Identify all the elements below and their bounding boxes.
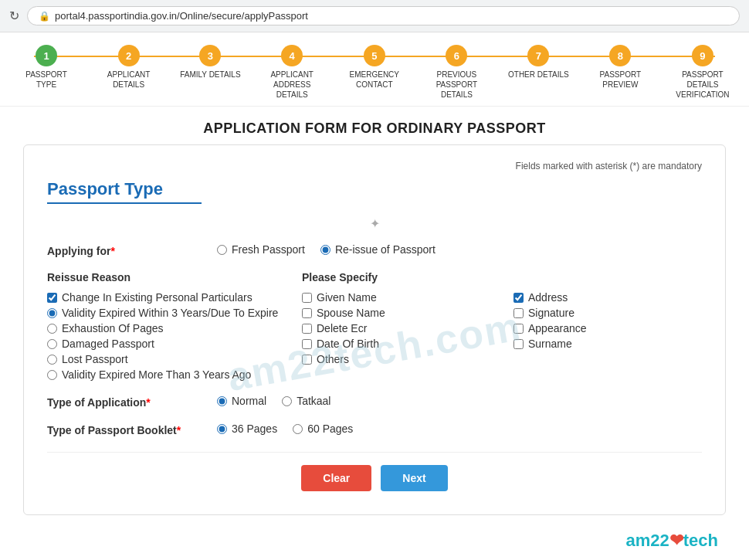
mandatory-note: Fields marked with asterisk (*) are mand… [47,161,702,171]
section-title: Passport Type [47,179,702,199]
specify-dob[interactable]: Date Of Birth [302,338,490,350]
36-pages-radio[interactable] [217,424,227,434]
application-type-row: Type of Application* Normal Tatkaal [47,395,702,409]
reason-damaged-radio[interactable] [47,339,57,349]
btn-row: Clear Next [47,452,702,491]
step-circle-5: 5 [364,45,385,66]
brand-bottom: am22❤tech [0,531,749,558]
reason-validity3[interactable]: Validity Expired Within 3 Years/Due To E… [47,307,302,319]
specify-signature[interactable]: Signature [513,307,702,319]
booklet-type-row: Type of Passport Booklet* 36 Pages 60 Pa… [47,423,702,436]
step-label-6: PREVIOUS PASSPORT DETAILS [425,70,487,100]
reissue-section: Reissue Reason Change In Existing Person… [47,271,702,381]
next-button[interactable]: Next [381,465,447,491]
reason-exhaustion[interactable]: Exhaustion Of Pages [47,322,302,334]
step-1[interactable]: 1 PASSPORT TYPE [15,45,77,90]
step-label-9: PASSPORT DETAILS VERIFICATION [672,70,734,100]
step-9[interactable]: 9 PASSPORT DETAILS VERIFICATION [672,45,734,100]
specify-appearance[interactable]: Appearance [513,322,702,334]
60-pages-radio[interactable] [293,424,303,434]
specify-appearance-checkbox[interactable] [513,324,524,334]
step-8[interactable]: 8 PASSPORT PREVIEW [589,45,651,90]
step-circle-9: 9 [692,45,713,66]
step-label-1: PASSPORT TYPE [15,70,77,90]
specify-address-checkbox[interactable] [513,293,524,303]
specify-surname[interactable]: Surname [513,338,702,350]
fresh-passport-radio[interactable] [217,245,227,255]
address-bar[interactable]: 🔒 portal4.passportindia.gov.in/Online/se… [27,6,740,25]
specify-spouse-name[interactable]: Spouse Name [302,307,490,319]
progress-steps: 1 PASSPORT TYPE 2 APPLICANT DETAILS 3 FA… [15,45,734,100]
step-label-4: APPLICANT ADDRESS DETAILS [261,70,323,100]
reason-lost-radio[interactable] [47,355,57,365]
applying-for-options: Fresh Passport Re-issue of Passport [217,243,436,256]
reissue-passport-option[interactable]: Re-issue of Passport [320,243,436,256]
specify-delete-ecr-checkbox[interactable] [302,324,312,334]
brand-dot: ❤ [669,531,683,550]
specify-given-name[interactable]: Given Name [302,291,490,304]
reason-lost[interactable]: Lost Passport [47,353,302,365]
specify-dob-checkbox[interactable] [302,339,312,349]
specify-others[interactable]: Others [302,353,490,365]
reissue-reason-label: Reissue Reason [47,271,302,283]
normal-radio[interactable] [217,396,227,406]
step-circle-8: 8 [609,45,631,66]
application-type-label: Type of Application* [47,395,202,409]
specify-given-name-checkbox[interactable] [302,293,312,303]
60-pages-option[interactable]: 60 Pages [293,423,353,435]
section-divider [47,202,202,204]
applying-for-label: Applying for* [47,243,202,257]
application-type-options: Normal Tatkaal [217,395,330,407]
booklet-type-label: Type of Passport Booklet* [47,423,202,436]
specify-surname-checkbox[interactable] [513,339,524,349]
booklet-type-options: 36 Pages 60 Pages [217,423,353,435]
step-6[interactable]: 6 PREVIOUS PASSPORT DETAILS [425,45,487,100]
page-title: APPLICATION FORM FOR ORDINARY PASSPORT [0,107,749,144]
step-label-7: OTHER DETAILS [508,70,569,80]
step-label-8: PASSPORT PREVIEW [589,70,651,90]
36-pages-option[interactable]: 36 Pages [217,423,277,435]
step-circle-4: 4 [281,45,303,66]
reason-damaged[interactable]: Damaged Passport [47,338,302,350]
specify-others-checkbox[interactable] [302,355,312,365]
specify-delete-ecr[interactable]: Delete Ecr [302,322,490,334]
specify-grid: Given Name Address Spouse Name Sign [302,291,702,365]
normal-option[interactable]: Normal [217,395,266,407]
reissue-passport-radio[interactable] [320,245,330,255]
reissue-reasons-group: Change In Existing Personal Particulars … [47,291,302,381]
fresh-passport-label: Fresh Passport [232,243,305,256]
fresh-passport-option[interactable]: Fresh Passport [217,243,305,256]
reason-exhaustion-radio[interactable] [47,324,57,334]
step-3[interactable]: 3 FAMILY DETAILS [180,45,240,80]
step-circle-3: 3 [199,45,221,66]
specify-address[interactable]: Address [513,291,702,304]
reissue-passport-label: Re-issue of Passport [335,243,436,256]
reissue-right: Please Specify Given Name Address Spo [302,271,702,381]
step-2[interactable]: 2 APPLICANT DETAILS [98,45,160,90]
step-5[interactable]: 5 EMERGENCY CONTACT [344,45,405,90]
url-text: portal4.passportindia.gov.in/Online/secu… [55,10,308,22]
step-circle-2: 2 [118,45,140,66]
specify-signature-checkbox[interactable] [513,308,524,318]
applying-for-row: Applying for* Fresh Passport Re-issue of… [47,243,702,257]
refresh-icon[interactable]: ↻ [9,8,19,23]
tatkaal-radio[interactable] [282,396,292,406]
reason-validity3plus[interactable]: Validity Expired More Than 3 Years Ago [47,368,302,381]
step-circle-6: 6 [446,45,467,66]
browser-bar: ↻ 🔒 portal4.passportindia.gov.in/Online/… [0,0,749,32]
step-label-5: EMERGENCY CONTACT [344,70,405,90]
specify-spouse-name-checkbox[interactable] [302,308,312,318]
step-7[interactable]: 7 OTHER DETAILS [508,45,569,80]
compass-icon: ✦ [47,216,702,231]
reason-validity3plus-radio[interactable] [47,370,57,380]
reason-change[interactable]: Change In Existing Personal Particulars [47,291,302,304]
step-label-2: APPLICANT DETAILS [98,70,160,90]
form-card: Fields marked with asterisk (*) are mand… [23,144,726,515]
reason-change-checkbox[interactable] [47,293,57,303]
reason-validity3-radio[interactable] [47,308,57,318]
step-circle-1: 1 [36,45,57,66]
step-4[interactable]: 4 APPLICANT ADDRESS DETAILS [261,45,323,100]
step-circle-7: 7 [527,45,549,66]
tatkaal-option[interactable]: Tatkaal [282,395,330,407]
clear-button[interactable]: Clear [301,465,371,491]
